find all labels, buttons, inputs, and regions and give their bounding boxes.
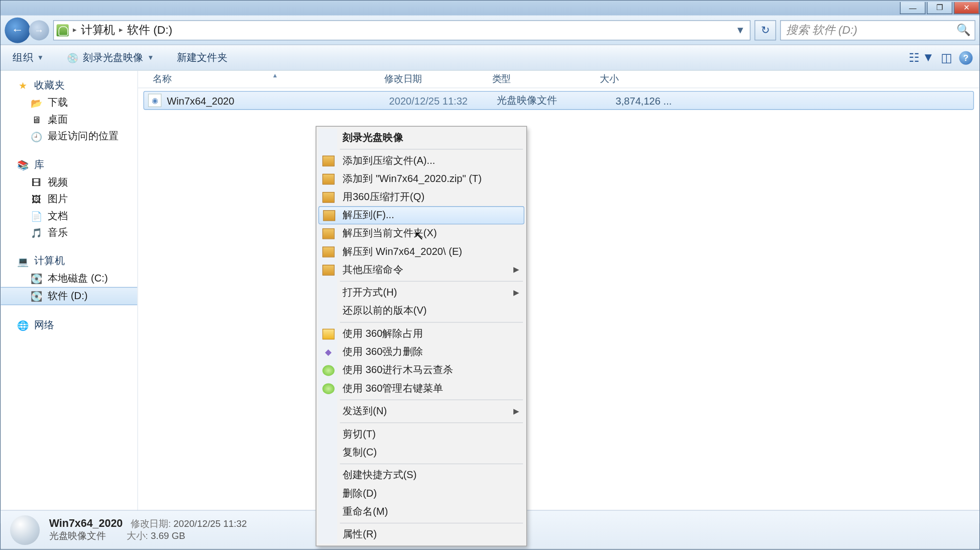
ctx-extract-named[interactable]: 解压到 Win7x64_2020\ (E) xyxy=(318,242,524,260)
ctx-other-zip[interactable]: 其他压缩命令▶ xyxy=(318,261,524,279)
ctx-shortcut[interactable]: 创建快捷方式(S) xyxy=(318,466,524,484)
ctx-add-zip[interactable]: 添加到 "Win7x64_2020.zip" (T) xyxy=(318,170,524,188)
sidebar-item-documents[interactable]: 📄文档 xyxy=(1,208,137,225)
pane-icon: ◫ xyxy=(941,50,952,65)
sidebar-item-drive-c[interactable]: 💽本地磁盘 (C:) xyxy=(1,270,137,287)
ctx-properties[interactable]: 属性(R) xyxy=(318,525,524,543)
file-type: 光盘映像文件 xyxy=(497,94,604,107)
video-icon: 🎞 xyxy=(30,176,42,188)
breadcrumb[interactable]: 计算机 xyxy=(81,22,115,38)
sidebar-item-drive-d[interactable]: 💽软件 (D:) xyxy=(1,287,137,305)
context-menu: 刻录光盘映像 添加到压缩文件(A)... 添加到 "Win7x64_2020.z… xyxy=(315,126,527,546)
360-icon: ◆ xyxy=(322,346,335,357)
column-headers: 名称 修改日期 类型 大小 xyxy=(138,71,979,88)
file-row[interactable]: ◉ Win7x64_2020 2020/12/25 11:32 光盘映像文件 3… xyxy=(143,91,974,110)
list-icon: ☷ xyxy=(909,50,919,65)
sidebar-item-recent[interactable]: 🕘最近访问的位置 xyxy=(1,128,137,145)
ctx-burn-image[interactable]: 刻录光盘映像 xyxy=(318,129,524,147)
refresh-button[interactable]: ↻ xyxy=(754,20,776,40)
archive-icon xyxy=(322,192,335,202)
breadcrumb[interactable]: 软件 (D:) xyxy=(127,22,172,38)
music-icon: 🎵 xyxy=(30,227,42,239)
sidebar-item-downloads[interactable]: 📂下载 xyxy=(1,95,137,112)
chevron-down-icon: ▼ xyxy=(147,54,154,61)
archive-icon xyxy=(322,155,335,166)
minimize-button[interactable]: — xyxy=(900,2,926,14)
iso-file-icon: ◉ xyxy=(148,94,162,107)
file-name: Win7x64_2020 xyxy=(167,95,389,106)
ctx-delete[interactable]: 删除(D) xyxy=(318,484,524,502)
burn-label: 刻录光盘映像 xyxy=(83,51,144,64)
ctx-360-unlock[interactable]: 使用 360解除占用 xyxy=(318,325,524,343)
sidebar-libraries-head[interactable]: 📚库 xyxy=(1,156,137,174)
archive-icon xyxy=(323,210,335,220)
search-placeholder: 搜索 软件 (D:) xyxy=(786,22,857,38)
search-input[interactable]: 搜索 软件 (D:) 🔍 xyxy=(780,20,975,40)
back-button[interactable]: ← xyxy=(5,17,30,43)
sidebar-item-music[interactable]: 🎵音乐 xyxy=(1,224,137,241)
ctx-send-to[interactable]: 发送到(N)▶ xyxy=(318,402,524,420)
ctx-360-menu[interactable]: 使用 360管理右键菜单 xyxy=(318,379,524,397)
chevron-right-icon: ▶ xyxy=(513,265,519,274)
status-filename: Win7x64_2020 xyxy=(49,517,123,529)
ctx-cut[interactable]: 剪切(T) xyxy=(318,425,524,443)
ctx-restore-versions[interactable]: 还原以前的版本(V) xyxy=(318,302,524,320)
close-button[interactable]: ✕ xyxy=(954,2,979,14)
ctx-extract-here[interactable]: 解压到当前文件夹(X) xyxy=(318,224,524,242)
360-icon xyxy=(322,383,335,394)
new-folder-button[interactable]: 新建文件夹 xyxy=(171,49,233,66)
ctx-rename[interactable]: 重命名(M) xyxy=(318,503,524,521)
sidebar-item-pictures[interactable]: 🖼图片 xyxy=(1,191,137,208)
column-type[interactable]: 类型 xyxy=(487,73,594,85)
network-icon: 🌐 xyxy=(17,319,29,331)
archive-icon xyxy=(322,246,335,257)
organize-menu[interactable]: 组织 ▼ xyxy=(8,49,49,66)
archive-icon xyxy=(322,228,335,239)
explorer-window: — ❐ ✕ ← → ▸ 计算机 ▸ 软件 (D:) ▾ ↻ 搜索 软件 (D:)… xyxy=(0,0,980,549)
file-list-area: 名称 修改日期 类型 大小 ◉ Win7x64_2020 2020/12/25 … xyxy=(138,71,979,523)
search-icon: 🔍 xyxy=(956,23,970,37)
column-date[interactable]: 修改日期 xyxy=(379,73,486,85)
column-size[interactable]: 大小 xyxy=(594,73,662,85)
ctx-open-360zip[interactable]: 用360压缩打开(Q) xyxy=(318,188,524,206)
address-dropdown[interactable]: ▾ xyxy=(734,23,747,37)
help-button[interactable]: ? xyxy=(959,51,973,64)
view-mode-button[interactable]: ☷▼ xyxy=(909,50,934,65)
drive-icon: 💽 xyxy=(30,272,42,285)
file-date: 2020/12/25 11:32 xyxy=(389,95,497,106)
recent-icon: 🕘 xyxy=(30,130,42,142)
navbar: ← → ▸ 计算机 ▸ 软件 (D:) ▾ ↻ 搜索 软件 (D:) 🔍 xyxy=(1,16,979,45)
sidebar-item-videos[interactable]: 🎞视频 xyxy=(1,174,137,191)
burn-image-button[interactable]: 💿 刻录光盘映像 ▼ xyxy=(61,49,160,66)
address-bar[interactable]: ▸ 计算机 ▸ 软件 (D:) ▾ xyxy=(53,20,750,40)
file-size: 3,874,126 ... xyxy=(604,95,672,106)
drive-icon xyxy=(57,24,69,36)
sidebar-computer-head[interactable]: 💻计算机 xyxy=(1,252,137,270)
sidebar-favorites-head[interactable]: ★收藏夹 xyxy=(1,76,137,94)
chevron-right-icon: ▶ xyxy=(513,407,519,415)
sidebar-network-head[interactable]: 🌐网络 xyxy=(1,316,137,334)
ctx-copy[interactable]: 复制(C) xyxy=(318,443,524,462)
ctx-extract-to[interactable]: 解压到(F)... xyxy=(318,206,524,224)
archive-icon xyxy=(322,173,335,184)
newfolder-label: 新建文件夹 xyxy=(177,51,228,64)
ctx-add-archive[interactable]: 添加到压缩文件(A)... xyxy=(318,152,524,170)
ctx-360-scan[interactable]: 使用 360进行木马云查杀 xyxy=(318,361,524,379)
picture-icon: 🖼 xyxy=(30,193,42,205)
star-icon: ★ xyxy=(17,79,29,91)
sidebar-item-desktop[interactable]: 🖥桌面 xyxy=(1,111,137,128)
status-thumbnail-icon xyxy=(10,515,40,544)
maximize-button[interactable]: ❐ xyxy=(927,2,952,14)
ctx-360-forcedel[interactable]: ◆使用 360强力删除 xyxy=(318,343,524,361)
toolbar: 组织 ▼ 💿 刻录光盘映像 ▼ 新建文件夹 ☷▼ ◫ ? xyxy=(1,45,979,71)
column-name[interactable]: 名称 xyxy=(147,73,379,85)
preview-pane-button[interactable]: ◫ xyxy=(941,50,952,65)
ctx-open-with[interactable]: 打开方式(H)▶ xyxy=(318,284,524,302)
status-filetype: 光盘映像文件 xyxy=(49,530,106,541)
chevron-down-icon: ▼ xyxy=(922,51,934,65)
forward-button[interactable]: → xyxy=(29,20,49,40)
chevron-right-icon: ▸ xyxy=(119,26,123,34)
library-icon: 📚 xyxy=(17,159,29,171)
desktop-icon: 🖥 xyxy=(30,114,42,126)
drive-icon: 💽 xyxy=(30,290,42,302)
